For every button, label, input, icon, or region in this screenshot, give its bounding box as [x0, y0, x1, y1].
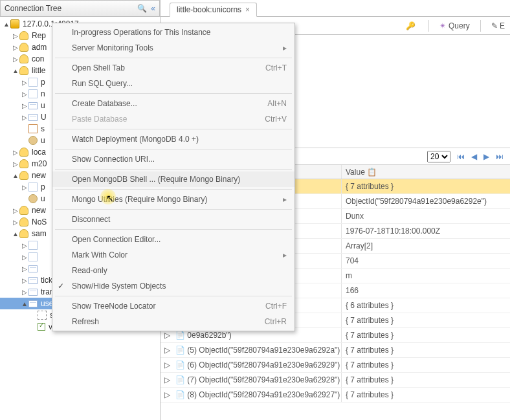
close-icon[interactable]: × — [245, 5, 250, 14]
node-label: new — [32, 206, 46, 215]
expander-icon[interactable]: ▷ — [21, 91, 28, 98]
menu-separator — [55, 58, 292, 58]
menu-item[interactable]: RefreshCtrl+R — [52, 314, 294, 329]
menu-item[interactable]: Disconnect — [52, 212, 294, 227]
cell-value: { 7 attributes } — [346, 346, 394, 355]
expander-icon[interactable]: ▷ — [164, 346, 170, 355]
expander-icon[interactable]: ▷ — [164, 375, 170, 384]
coll-icon — [28, 289, 38, 296]
expander-icon[interactable]: ▷ — [21, 265, 28, 272]
menu-label: Open MongoDB Shell ... (Require Mongo Bi… — [72, 175, 240, 184]
menu-item[interactable]: Open Shell TabCtrl+T — [52, 60, 294, 76]
expander-icon[interactable]: ▷ — [12, 149, 19, 156]
search-icon[interactable]: 🔍 — [137, 4, 147, 13]
db-icon — [19, 31, 28, 40]
expander-icon[interactable]: ▷ — [12, 160, 19, 168]
coll-icon — [28, 265, 38, 272]
expander-icon[interactable]: ▷ — [21, 289, 28, 296]
db-icon — [19, 54, 28, 63]
pager-prev-icon[interactable]: ◀ — [471, 152, 477, 161]
node-label: s — [41, 124, 45, 133]
node-label: Rep — [32, 31, 46, 40]
check-icon: ✓ — [58, 282, 64, 291]
grid-header-value[interactable]: Value 📋 — [342, 165, 510, 179]
collapse-icon[interactable]: « — [151, 4, 155, 13]
table-row[interactable]: ▷📄 (6) ObjectId("59f280794a91e230e9a6292… — [161, 358, 510, 373]
node-label: new — [32, 171, 46, 180]
cell-value: m — [346, 271, 352, 280]
cell-value: { 7 attributes } — [346, 390, 394, 399]
pager-first-icon[interactable]: ⏮ — [457, 152, 465, 161]
menu-label: In-progress Operations for This Instance — [72, 28, 211, 37]
expander-icon[interactable]: ▷ — [21, 102, 28, 109]
cell-key: 📄 (7) ObjectId("59f280794a91e230e9a62928… — [173, 375, 340, 384]
cell-key: 📄 0e9a6292b") — [173, 331, 232, 340]
edit-tool[interactable]: ✎ E — [491, 21, 505, 30]
table-row[interactable]: ▷📄 (5) ObjectId("59f280794a91e230e9a6292… — [161, 343, 510, 358]
expander-icon[interactable]: ▷ — [164, 360, 170, 370]
menu-item[interactable]: ✓Show/Hide System Objects — [52, 278, 294, 294]
expander-icon[interactable]: ▲ — [3, 21, 10, 28]
menu-item[interactable]: Create Database...Alt+N — [52, 96, 294, 111]
expander-icon[interactable]: ▷ — [21, 277, 28, 284]
node-label: loca — [32, 148, 46, 157]
expander-icon[interactable]: ▲ — [12, 230, 19, 238]
key-tool[interactable]: 🔑 — [406, 21, 418, 30]
expander-icon[interactable]: ▷ — [21, 184, 28, 191]
menu-item[interactable]: In-progress Operations for This Instance — [52, 25, 294, 40]
cell-value: 166 — [346, 286, 359, 295]
node-label: u — [41, 101, 45, 110]
menu-item[interactable]: Open Connection Editor... — [52, 232, 294, 247]
table-row[interactable]: ▷📄 (8) ObjectId("59f280794a91e230e9a6292… — [161, 388, 510, 403]
schema-icon — [38, 311, 47, 320]
expander-icon[interactable]: ▲ — [12, 172, 19, 179]
menu-item[interactable]: Mongo Utilities (Require Mongo Binary)▸ — [52, 192, 294, 207]
menu-item[interactable]: Open MongoDB Shell ... (Require Mongo Bi… — [52, 171, 294, 187]
node-label: adm — [32, 43, 47, 52]
tab-active[interactable]: little-book:unicorns × — [170, 3, 257, 17]
menu-item[interactable]: Mark With Color▸ — [52, 247, 294, 263]
expander-icon[interactable]: ▷ — [12, 44, 19, 51]
menu-shortcut: Alt+N — [267, 99, 287, 108]
table-row[interactable]: ▷📄 (7) ObjectId("59f280794a91e230e9a6292… — [161, 373, 510, 388]
menu-item[interactable]: Read-only — [52, 263, 294, 278]
menu-item[interactable]: Server Monitoring Tools▸ — [52, 40, 294, 56]
query-tool[interactable]: ✴Query — [439, 21, 470, 30]
menu-label: Refresh — [72, 317, 99, 326]
expander-icon[interactable]: ▷ — [12, 219, 19, 226]
expander-icon[interactable]: ▷ — [12, 56, 19, 63]
page-size-select[interactable]: 20 — [427, 151, 450, 162]
enum-icon — [28, 78, 38, 87]
expander-icon[interactable]: ▲ — [21, 300, 28, 307]
pager-last-icon[interactable]: ⏭ — [496, 152, 504, 161]
expander-icon[interactable]: ▷ — [12, 207, 19, 214]
pager-next-icon[interactable]: ▶ — [483, 152, 489, 161]
expander-icon[interactable]: ▷ — [21, 114, 28, 121]
menu-item[interactable]: Show Connection URI... — [52, 151, 294, 167]
menu-item[interactable]: Run SQL Query... — [52, 76, 294, 91]
copy-icon[interactable]: 📋 — [367, 168, 377, 177]
menu-item[interactable]: Watch Deployment (MongoDB 4.0 +) — [52, 131, 294, 147]
cell-value: { 7 attributes } — [346, 182, 394, 191]
expander-icon[interactable]: ▷ — [164, 390, 170, 399]
menu-label: Server Monitoring Tools — [72, 43, 153, 52]
expander-icon[interactable]: ▷ — [21, 242, 28, 249]
expander-icon[interactable]: ▷ — [21, 254, 28, 261]
menu-label: Paste Database — [72, 115, 127, 124]
expander-icon[interactable]: ▷ — [164, 331, 170, 340]
expander-icon[interactable]: ▷ — [12, 32, 19, 39]
menu-separator — [55, 189, 292, 190]
user-icon — [28, 136, 38, 145]
menu-label: Mark With Color — [72, 250, 128, 260]
menu-label: Show TreeNode Locator — [72, 302, 155, 311]
separator — [480, 20, 481, 32]
expander-icon[interactable]: ▲ — [12, 67, 19, 74]
menu-item[interactable]: Show TreeNode LocatorCtrl+F — [52, 298, 294, 314]
chk-icon — [38, 323, 45, 331]
node-label: NoS — [32, 217, 47, 227]
context-menu[interactable]: In-progress Operations for This Instance… — [52, 23, 295, 331]
cell-value: 704 — [346, 256, 359, 265]
menu-shortcut: Ctrl+F — [265, 302, 287, 311]
menu-shortcut: Ctrl+T — [265, 63, 287, 72]
expander-icon[interactable]: ▷ — [21, 79, 28, 86]
